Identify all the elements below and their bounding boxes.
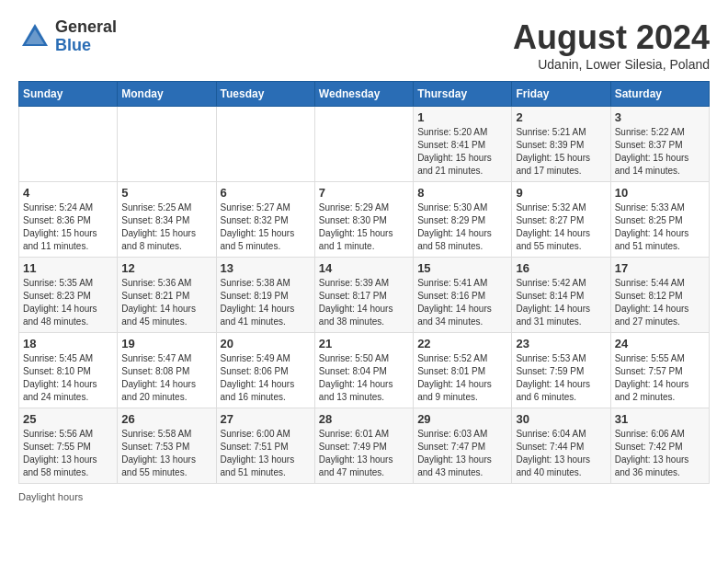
day-cell: 20Sunrise: 5:49 AM Sunset: 8:06 PM Dayli…	[216, 333, 314, 408]
day-number: 9	[516, 186, 606, 200]
daylight-label: Daylight hours	[18, 491, 83, 502]
day-number: 22	[417, 337, 507, 350]
day-info: Sunrise: 5:41 AM Sunset: 8:16 PM Dayligh…	[417, 277, 507, 328]
day-cell: 7Sunrise: 5:29 AM Sunset: 8:30 PM Daylig…	[314, 182, 413, 258]
day-cell: 22Sunrise: 5:52 AM Sunset: 8:01 PM Dayli…	[414, 333, 512, 408]
day-number: 23	[516, 337, 606, 350]
logo: General Blue	[18, 18, 117, 55]
day-info: Sunrise: 5:56 AM Sunset: 7:55 PM Dayligh…	[23, 428, 113, 479]
day-cell	[118, 107, 216, 182]
day-number: 14	[319, 261, 409, 275]
day-info: Sunrise: 6:00 AM Sunset: 7:51 PM Dayligh…	[221, 428, 311, 479]
day-cell: 14Sunrise: 5:39 AM Sunset: 8:17 PM Dayli…	[314, 258, 413, 333]
day-number: 16	[516, 261, 606, 275]
day-info: Sunrise: 5:42 AM Sunset: 8:14 PM Dayligh…	[516, 277, 606, 328]
day-cell: 31Sunrise: 6:06 AM Sunset: 7:42 PM Dayli…	[610, 408, 709, 484]
day-cell: 11Sunrise: 5:35 AM Sunset: 8:23 PM Dayli…	[19, 258, 118, 333]
day-number: 10	[615, 186, 705, 200]
day-number: 11	[23, 261, 113, 275]
day-number: 15	[417, 261, 507, 275]
day-cell: 25Sunrise: 5:56 AM Sunset: 7:55 PM Dayli…	[19, 408, 118, 484]
day-number: 27	[221, 412, 311, 426]
day-number: 18	[23, 337, 113, 350]
title-area: August 2024 Udanin, Lower Silesia, Polan…	[513, 18, 710, 72]
week-row-4: 18Sunrise: 5:45 AM Sunset: 8:10 PM Dayli…	[19, 333, 710, 408]
day-info: Sunrise: 5:36 AM Sunset: 8:21 PM Dayligh…	[121, 277, 211, 328]
day-info: Sunrise: 6:01 AM Sunset: 7:49 PM Dayligh…	[319, 428, 409, 479]
day-number: 4	[23, 186, 113, 200]
day-number: 17	[615, 261, 705, 275]
day-cell: 17Sunrise: 5:44 AM Sunset: 8:12 PM Dayli…	[610, 258, 709, 333]
day-info: Sunrise: 5:33 AM Sunset: 8:25 PM Dayligh…	[615, 201, 705, 253]
day-info: Sunrise: 5:50 AM Sunset: 8:04 PM Dayligh…	[319, 352, 409, 404]
day-info: Sunrise: 5:29 AM Sunset: 8:30 PM Dayligh…	[319, 201, 409, 253]
day-info: Sunrise: 5:27 AM Sunset: 8:32 PM Dayligh…	[221, 201, 311, 253]
day-number: 1	[417, 110, 507, 124]
header-monday: Monday	[118, 82, 216, 107]
day-info: Sunrise: 5:32 AM Sunset: 8:27 PM Dayligh…	[516, 201, 606, 253]
day-cell: 12Sunrise: 5:36 AM Sunset: 8:21 PM Dayli…	[118, 258, 216, 333]
day-cell: 27Sunrise: 6:00 AM Sunset: 7:51 PM Dayli…	[216, 408, 314, 484]
header-row: SundayMondayTuesdayWednesdayThursdayFrid…	[19, 82, 710, 107]
day-info: Sunrise: 5:22 AM Sunset: 8:37 PM Dayligh…	[615, 126, 705, 178]
logo-icon	[18, 20, 51, 53]
day-cell: 5Sunrise: 5:25 AM Sunset: 8:34 PM Daylig…	[118, 182, 216, 258]
day-cell: 28Sunrise: 6:01 AM Sunset: 7:49 PM Dayli…	[314, 408, 413, 484]
logo-blue: Blue	[55, 37, 117, 55]
day-number: 30	[516, 412, 606, 426]
day-number: 25	[23, 412, 113, 426]
day-cell: 6Sunrise: 5:27 AM Sunset: 8:32 PM Daylig…	[216, 182, 314, 258]
day-number: 8	[417, 186, 507, 200]
day-cell: 3Sunrise: 5:22 AM Sunset: 8:37 PM Daylig…	[610, 107, 709, 182]
day-cell: 19Sunrise: 5:47 AM Sunset: 8:08 PM Dayli…	[118, 333, 216, 408]
day-info: Sunrise: 5:49 AM Sunset: 8:06 PM Dayligh…	[221, 352, 311, 404]
calendar-body: 1Sunrise: 5:20 AM Sunset: 8:41 PM Daylig…	[19, 107, 710, 484]
day-number: 24	[615, 337, 705, 350]
logo-general: General	[55, 18, 117, 37]
calendar-header: SundayMondayTuesdayWednesdayThursdayFrid…	[19, 82, 710, 107]
day-number: 3	[615, 110, 705, 124]
day-info: Sunrise: 6:06 AM Sunset: 7:42 PM Dayligh…	[615, 428, 705, 479]
day-number: 31	[615, 412, 705, 426]
header-sunday: Sunday	[19, 82, 118, 107]
week-row-3: 11Sunrise: 5:35 AM Sunset: 8:23 PM Dayli…	[19, 258, 710, 333]
day-info: Sunrise: 5:38 AM Sunset: 8:19 PM Dayligh…	[221, 277, 311, 328]
day-cell: 9Sunrise: 5:32 AM Sunset: 8:27 PM Daylig…	[512, 182, 610, 258]
month-title: August 2024	[513, 18, 710, 57]
day-cell	[19, 107, 118, 182]
day-cell: 16Sunrise: 5:42 AM Sunset: 8:14 PM Dayli…	[512, 258, 610, 333]
day-number: 28	[319, 412, 409, 426]
day-number: 6	[221, 186, 311, 200]
header-saturday: Saturday	[610, 82, 709, 107]
day-cell: 29Sunrise: 6:03 AM Sunset: 7:47 PM Dayli…	[414, 408, 512, 484]
week-row-1: 1Sunrise: 5:20 AM Sunset: 8:41 PM Daylig…	[19, 107, 710, 182]
day-cell: 1Sunrise: 5:20 AM Sunset: 8:41 PM Daylig…	[414, 107, 512, 182]
header-friday: Friday	[512, 82, 610, 107]
day-cell	[314, 107, 413, 182]
header-thursday: Thursday	[414, 82, 512, 107]
day-info: Sunrise: 5:25 AM Sunset: 8:34 PM Dayligh…	[121, 201, 211, 253]
day-info: Sunrise: 5:20 AM Sunset: 8:41 PM Dayligh…	[417, 126, 507, 178]
calendar-table: SundayMondayTuesdayWednesdayThursdayFrid…	[18, 81, 710, 484]
week-row-5: 25Sunrise: 5:56 AM Sunset: 7:55 PM Dayli…	[19, 408, 710, 484]
week-row-2: 4Sunrise: 5:24 AM Sunset: 8:36 PM Daylig…	[19, 182, 710, 258]
header-tuesday: Tuesday	[216, 82, 314, 107]
day-cell	[216, 107, 314, 182]
day-cell: 10Sunrise: 5:33 AM Sunset: 8:25 PM Dayli…	[610, 182, 709, 258]
day-info: Sunrise: 6:04 AM Sunset: 7:44 PM Dayligh…	[516, 428, 606, 479]
day-number: 5	[121, 186, 211, 200]
day-number: 7	[319, 186, 409, 200]
day-cell: 21Sunrise: 5:50 AM Sunset: 8:04 PM Dayli…	[314, 333, 413, 408]
day-cell: 15Sunrise: 5:41 AM Sunset: 8:16 PM Dayli…	[414, 258, 512, 333]
day-number: 19	[121, 337, 211, 350]
day-number: 29	[417, 412, 507, 426]
day-info: Sunrise: 5:24 AM Sunset: 8:36 PM Dayligh…	[23, 201, 113, 253]
footer: Daylight hours	[18, 491, 710, 502]
day-cell: 18Sunrise: 5:45 AM Sunset: 8:10 PM Dayli…	[19, 333, 118, 408]
day-info: Sunrise: 5:53 AM Sunset: 7:59 PM Dayligh…	[516, 352, 606, 404]
day-info: Sunrise: 5:55 AM Sunset: 7:57 PM Dayligh…	[615, 352, 705, 404]
day-number: 13	[221, 261, 311, 275]
day-info: Sunrise: 5:58 AM Sunset: 7:53 PM Dayligh…	[121, 428, 211, 479]
day-number: 2	[516, 110, 606, 124]
day-info: Sunrise: 5:39 AM Sunset: 8:17 PM Dayligh…	[319, 277, 409, 328]
